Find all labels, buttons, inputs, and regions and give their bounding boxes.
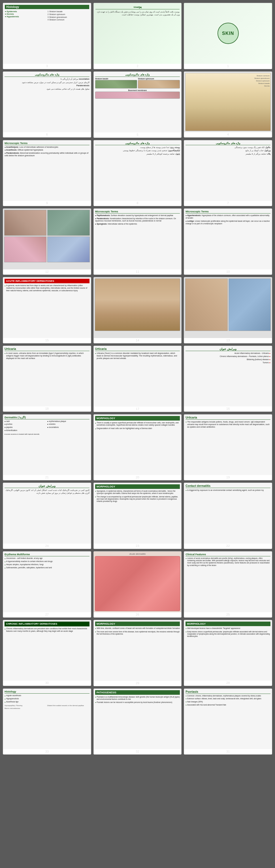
slide23-title: MORPHOLOGY — [95, 484, 180, 489]
slide-10: Microscopic Terms ● Hyperkeratosis: Hype… — [184, 209, 272, 275]
slide-28: MORPHOLOGY Well developed lesions have a… — [184, 620, 272, 686]
slide-6: واژه های ماکروسکوپی excoriation مراحل آن… — [3, 71, 91, 138]
slide-21: Dermatitis ( اگزما) ● rash ● erythematou… — [3, 414, 91, 480]
slide15-number: 15 — [3, 338, 91, 343]
slide-12: 12 — [3, 209, 91, 275]
slide8-number: 8 — [94, 201, 181, 206]
slide22-number: 22 — [184, 544, 272, 549]
slide11-number: 11 — [94, 269, 181, 275]
slides-grid: Histology ● Epidermis ● Dermis ● Hypoder… — [0, 0, 275, 757]
slide2-title: پوست — [96, 5, 180, 9]
slide19-content: The responsible antigens include pollens… — [185, 421, 271, 429]
slide17-number: 17 — [94, 407, 181, 412]
slide-26: Acute dermatitis 26 — [94, 551, 182, 618]
slide24-number: 24 — [3, 544, 91, 549]
slide15-title: ACUTE INFLAMMATORY DERMATOSES — [4, 279, 90, 283]
slide24-title: ویرایش عنوان — [4, 484, 90, 488]
slide6-title: واژه های ماکروسکوپی — [4, 73, 90, 77]
slide6-number: 6 — [3, 132, 91, 137]
slide10-number: 10 — [184, 269, 272, 275]
slide8-title: واژه های ماکروسکوپی — [95, 142, 180, 145]
slide20-number: 20 — [94, 475, 181, 480]
slide-14: 14 — [94, 277, 182, 343]
slide9-number: 9 — [3, 201, 91, 206]
slide17-title: Urticaria — [95, 347, 180, 351]
slide-33: Histology regular acanthosis Hypogranulo… — [3, 688, 91, 755]
slide-19: Urticaria The responsible antigens inclu… — [184, 414, 272, 480]
slide2-content: پوست بافت کاملاً پایه ی است که روی تمام … — [96, 10, 180, 16]
slide31-number: 31 — [184, 749, 272, 754]
slide18-title: Urticaria — [4, 347, 90, 351]
slide13-number: 13 — [184, 338, 272, 343]
slide10-title: Microscopic Terms — [185, 210, 271, 214]
slide-11: Microscopic Terms ● Papillomatosis: Surf… — [94, 209, 182, 275]
slide-30: CHRONIC INFLAMMATORY DERMATOSES Chronic … — [3, 620, 91, 686]
slide12-number: 12 — [3, 269, 91, 275]
slide-24: ویرایش عنوان کانون کمی در دهرماتیت اگزما… — [3, 483, 91, 549]
slide-15: ACUTE INFLAMMATORY DERMATOSES In general… — [3, 277, 91, 343]
slide21-title: Dermatitis ( اگزما) — [4, 416, 90, 420]
slide-2: پوست پوست بافت کاملاً پایه ی است که روی … — [94, 3, 182, 69]
slide9-title: Microscopic Terms — [4, 142, 90, 145]
slide25-content: Lesions of acute eczematous dermatitis a… — [185, 557, 271, 566]
slide-7: واژه های ماکروسکوپی ماکول: لکه تغییر رنگ… — [184, 140, 272, 207]
slide30-title: CHRONIC INFLAMMATORY DERMATOSES — [4, 622, 90, 627]
slide-29: MORPHOLOGY With time, discrete, confluen… — [94, 620, 182, 686]
slide-18: Urticaria In most cases, urticaria stems… — [3, 346, 91, 412]
slide-16: ویرایش عنوان ●Acute inflammatory dermato… — [184, 346, 272, 412]
slide19-title: Urticaria — [185, 416, 271, 420]
slide5-number: 5 — [94, 132, 181, 137]
slide1-number: 1 — [184, 64, 272, 69]
slide20-title: MORPHOLOGY — [95, 416, 180, 421]
slide-5: واژه های ماکروسکوپی Stratum basale Strat… — [94, 71, 182, 138]
slide25-title: Clinical Features — [185, 553, 271, 556]
slide-4: Stratum corneum Stratum granulosum Strat… — [184, 71, 272, 138]
slide32-number: 32 — [94, 749, 181, 754]
slide21-number: 21 — [3, 475, 91, 480]
slide4-number: 4 — [184, 132, 272, 137]
slide-31: Psoriasis Common: chronic, inflammatory … — [184, 688, 272, 755]
slide-17: Urticaria Urticaria ('hives') is a commo… — [94, 346, 182, 412]
slide-22: Contact dermatitis Is triggered by expos… — [184, 483, 272, 549]
slide11-title: Microscopic Terms — [95, 210, 180, 214]
slide32-title: PATHOGENESIS — [95, 690, 180, 695]
slide29-title: MORPHOLOGY — [95, 622, 180, 626]
slide27-number: 27 — [3, 612, 91, 617]
slide16-number: 16 — [184, 406, 272, 411]
slide23-number: 23 — [94, 544, 181, 549]
slide-20: MORPHOLOGY There is usually a sparse sup… — [94, 414, 182, 480]
slide28-number: 28 — [184, 681, 272, 686]
slide18-number: 18 — [3, 406, 91, 411]
slide17-content: Urticaria ('hives') is a common disorder… — [95, 352, 180, 360]
slide7-title: واژه های ماکروسکوپی — [185, 142, 271, 145]
slide-13: 13 — [184, 277, 272, 343]
slide-1: SKIN 1 — [184, 3, 272, 69]
slide30-number: 30 — [3, 681, 91, 686]
slide3-title: Histology — [5, 5, 89, 9]
slide24-content: کانون کمی در دهرماتیت اگزماتیک اثبات شده… — [4, 489, 90, 495]
slide-25: Clinical Features Lesions of acute eczem… — [184, 551, 272, 618]
slide25-number: 25 — [184, 612, 272, 617]
slide33-title: Histology — [4, 690, 90, 693]
slide16-title: ویرایش عنوان — [185, 347, 271, 351]
slide31-title: Psoriasis — [185, 690, 271, 694]
slide26-caption: Acute dermatitis — [130, 553, 145, 555]
slide18-content: In most cases, urticaria stems from an i… — [4, 352, 90, 360]
slide22-title: Contact dermatitis — [185, 484, 271, 488]
slide3-number: 3 — [3, 64, 91, 69]
slide-8: واژه های ماکروسکوپی پوسته ریزی: جدا شدن … — [94, 140, 182, 207]
skin-label: SKIN — [217, 23, 239, 44]
slide2-number: 2 — [94, 64, 181, 69]
slide28-title: MORPHOLOGY — [185, 622, 271, 626]
slide5-title: واژه های ماکروسکوپی — [95, 73, 180, 77]
slide-3: Histology ● Epidermis ● Dermis ● Hypoder… — [3, 3, 91, 69]
slide27-title: Erythema Multiforme — [4, 553, 90, 556]
slide14-number: 14 — [94, 338, 181, 343]
slide-27: Erythema Multiforme Uncommon - self limi… — [3, 551, 91, 618]
slide15-content: In general, acute lesions last from days… — [4, 284, 90, 292]
slide-9: Microscopic Terms ● Acantholysis: Loss o… — [3, 140, 91, 207]
slide30-content: Chronic inflammatory dermatoses are pers… — [4, 627, 90, 633]
slide33-number: 33 — [3, 749, 91, 754]
slide-23: MORPHOLOGY Spongiosis, in epidermal edem… — [94, 483, 182, 549]
slide26-number: 26 — [94, 612, 181, 617]
